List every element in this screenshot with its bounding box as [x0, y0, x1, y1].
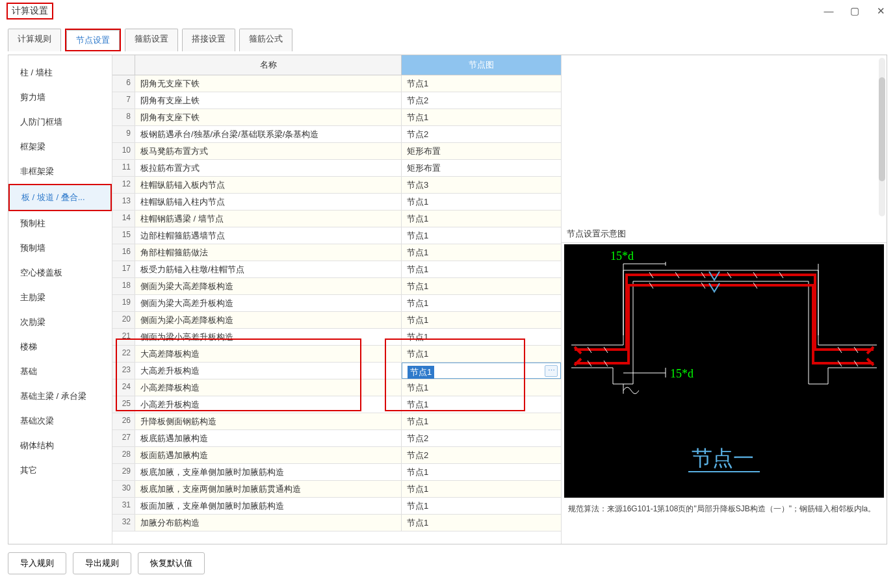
- table-row[interactable]: 8阴角有支座下铁节点1: [112, 109, 561, 126]
- row-node-value[interactable]: 节点1: [402, 278, 561, 294]
- sidebar-item[interactable]: 楼梯: [8, 335, 112, 359]
- table-row[interactable]: 17板受力筋锚入柱墩/柱帽节点节点1: [112, 261, 561, 278]
- reset-button[interactable]: 恢复默认值: [138, 552, 205, 574]
- row-number: 12: [112, 177, 135, 193]
- col-node-header[interactable]: 节点图: [402, 55, 561, 75]
- row-node-value[interactable]: 节点2: [402, 126, 561, 142]
- maximize-icon[interactable]: ▢: [847, 5, 863, 17]
- row-node-value[interactable]: 节点1: [402, 295, 561, 311]
- row-node-value[interactable]: 矩形布置: [402, 160, 561, 176]
- sidebar-item[interactable]: 人防门框墙: [8, 110, 112, 134]
- row-name: 阴角有支座上铁: [135, 92, 402, 109]
- row-name: 阴角无支座下铁: [135, 75, 402, 92]
- sidebar-item[interactable]: 基础主梁 / 承台梁: [8, 384, 112, 409]
- export-button[interactable]: 导出规则: [73, 552, 131, 574]
- table-row[interactable]: 24小高差降板构造节点1: [112, 379, 561, 396]
- sidebar-item[interactable]: 框架梁: [8, 134, 112, 159]
- dim-top: 15*d: [610, 249, 634, 262]
- row-node-value[interactable]: 节点1: [402, 498, 561, 514]
- row-number: 28: [112, 447, 135, 463]
- row-node-value[interactable]: 节点1: [402, 211, 561, 227]
- row-node-value[interactable]: 节点1: [402, 413, 561, 429]
- table-row[interactable]: 30板底加腋，支座两侧加腋时加腋筋贯通构造节点1: [112, 481, 561, 498]
- table-row[interactable]: 26升降板侧面钢筋构造节点1: [112, 413, 561, 430]
- table-row[interactable]: 16角部柱帽箍筋做法节点1: [112, 244, 561, 261]
- table-row[interactable]: 29板底加腋，支座单侧加腋时加腋筋构造节点1: [112, 464, 561, 481]
- row-node-value[interactable]: 节点1: [402, 379, 561, 396]
- tab-calc-rules[interactable]: 计算规则: [8, 29, 61, 51]
- sidebar-item[interactable]: 次肋梁: [8, 310, 112, 335]
- table-row[interactable]: 6阴角无支座下铁节点1: [112, 75, 561, 92]
- row-node-value[interactable]: 节点1: [402, 194, 561, 210]
- tab-lap-settings[interactable]: 搭接设置: [182, 29, 235, 51]
- table-row[interactable]: 10板马凳筋布置方式矩形布置: [112, 143, 561, 160]
- table-row[interactable]: 21侧面为梁小高差升板构造节点1: [112, 329, 561, 346]
- table-row[interactable]: 25小高差升板构造节点1: [112, 396, 561, 413]
- row-node-value[interactable]: 节点1: [402, 329, 561, 345]
- row-node-value[interactable]: 节点1: [402, 244, 561, 261]
- row-number: 18: [112, 278, 135, 294]
- table-row[interactable]: 18侧面为梁大高差降板构造节点1: [112, 278, 561, 295]
- row-number: 11: [112, 160, 135, 176]
- sidebar-item[interactable]: 主肋梁: [8, 285, 112, 310]
- row-node-value[interactable]: 节点2: [402, 92, 561, 109]
- sidebar-item[interactable]: 基础: [8, 359, 112, 384]
- row-node-value[interactable]: 节点1: [402, 481, 561, 497]
- table-row[interactable]: 15边部柱帽箍筋遇墙节点节点1: [112, 227, 561, 244]
- row-node-value[interactable]: 节点1: [402, 312, 561, 328]
- row-node-value[interactable]: 节点1: [402, 75, 561, 92]
- row-number: 15: [112, 227, 135, 244]
- table-row[interactable]: 22大高差降板构造节点1: [112, 346, 561, 363]
- table-row[interactable]: 27板底筋遇加腋构造节点2: [112, 430, 561, 447]
- row-node-value[interactable]: 节点1: [402, 346, 561, 362]
- row-node-value[interactable]: 节点1⋯: [402, 363, 561, 379]
- import-button[interactable]: 导入规则: [8, 552, 66, 574]
- row-node-value[interactable]: 节点3: [402, 177, 561, 193]
- sidebar-item[interactable]: 剪力墙: [8, 85, 112, 110]
- diagram-caption: 规范算法：来源16G101-1第108页的"局部升降板SJB构造（一）"；钢筋锚…: [562, 499, 887, 518]
- sidebar-item[interactable]: 砌体结构: [8, 433, 112, 458]
- sidebar-item[interactable]: 非框架梁: [8, 159, 112, 184]
- table-row[interactable]: 7阴角有支座上铁节点2: [112, 92, 561, 109]
- tab-stirrup-settings[interactable]: 箍筋设置: [125, 29, 178, 51]
- table-row[interactable]: 13柱帽纵筋锚入柱内节点节点1: [112, 194, 561, 211]
- scrollbar-thumb[interactable]: [879, 77, 885, 181]
- sidebar-item[interactable]: 柱 / 墙柱: [8, 60, 112, 85]
- table-row[interactable]: 19侧面为梁大高差升板构造节点1: [112, 295, 561, 312]
- row-node-value[interactable]: 节点2: [402, 447, 561, 463]
- row-node-value[interactable]: 节点1: [402, 464, 561, 480]
- footer: 导入规则 导出规则 恢复默认值: [0, 544, 895, 574]
- sidebar-item[interactable]: 基础次梁: [8, 409, 112, 433]
- table-row[interactable]: 9板钢筋遇承台/独基/承台梁/基础联系梁/条基构造节点2: [112, 126, 561, 143]
- table-row[interactable]: 32加腋分布筋构造节点1: [112, 515, 561, 531]
- ellipsis-button[interactable]: ⋯: [545, 365, 558, 377]
- table-row[interactable]: 11板拉筋布置方式矩形布置: [112, 160, 561, 177]
- row-node-value[interactable]: 节点1: [402, 109, 561, 125]
- minimize-icon[interactable]: —: [821, 5, 837, 17]
- sidebar-item[interactable]: 板 / 坡道 / 叠合...: [8, 184, 112, 211]
- row-node-value[interactable]: 节点1: [402, 227, 561, 244]
- tab-stirrup-formula[interactable]: 箍筋公式: [239, 29, 292, 51]
- sidebar-item[interactable]: 预制柱: [8, 211, 112, 236]
- table-row[interactable]: 28板面筋遇加腋构造节点2: [112, 447, 561, 464]
- node-label: 节点一: [692, 446, 754, 470]
- row-node-value[interactable]: 节点2: [402, 430, 561, 446]
- table-row[interactable]: 14柱帽钢筋遇梁 / 墙节点节点1: [112, 211, 561, 227]
- row-node-value[interactable]: 节点1: [402, 261, 561, 277]
- row-number: 17: [112, 261, 135, 277]
- table-row[interactable]: 31板面加腋，支座单侧加腋时加腋筋构造节点1: [112, 498, 561, 515]
- row-number: 23: [112, 363, 135, 379]
- row-node-value[interactable]: 节点1: [402, 396, 561, 413]
- close-icon[interactable]: ✕: [873, 5, 889, 17]
- sidebar-item[interactable]: 空心楼盖板: [8, 261, 112, 285]
- scrollbar[interactable]: [879, 58, 885, 216]
- table-row[interactable]: 23大高差升板构造节点1⋯: [112, 363, 561, 379]
- sidebar-item[interactable]: 其它: [8, 458, 112, 483]
- sidebar-item[interactable]: 预制墙: [8, 236, 112, 261]
- table-row[interactable]: 12柱帽纵筋锚入板内节点节点3: [112, 177, 561, 194]
- row-node-value[interactable]: 矩形布置: [402, 143, 561, 159]
- tab-node-settings[interactable]: 节点设置: [66, 30, 120, 50]
- table-row[interactable]: 20侧面为梁小高差降板构造节点1: [112, 312, 561, 329]
- row-node-value[interactable]: 节点1: [402, 515, 561, 531]
- row-name: 柱帽纵筋锚入板内节点: [135, 177, 402, 193]
